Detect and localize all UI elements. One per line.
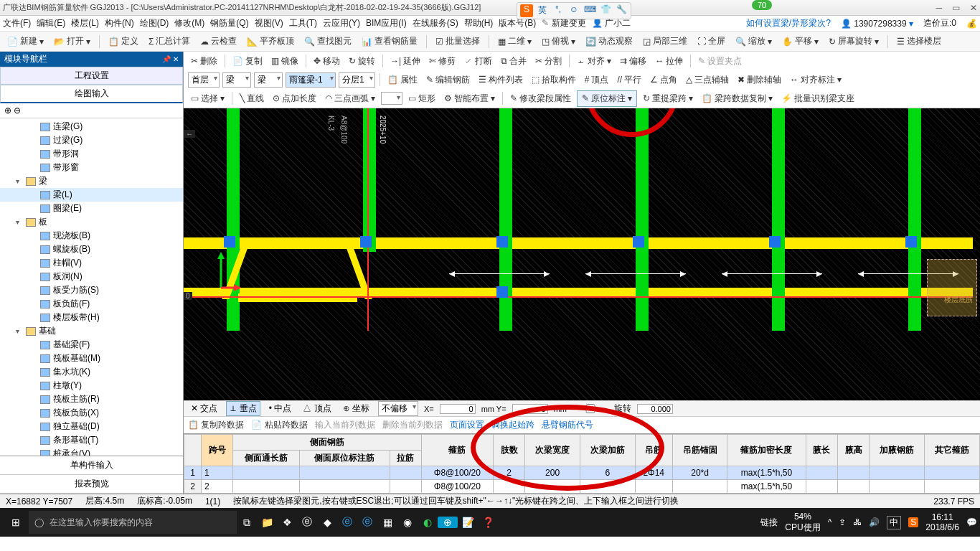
taskbar-search[interactable]: ◯ 在这里输入你要搜索的内容 (29, 511, 237, 534)
cantilever-code[interactable]: 悬臂钢筋代号 (542, 419, 593, 431)
find-button[interactable]: 🔍 查找图元 (301, 34, 354, 49)
menu-member[interactable]: 构件(N) (105, 17, 134, 29)
tab-draw-input[interactable]: 绘图输入 (0, 85, 183, 103)
vertex-button[interactable]: # 顶点 (582, 72, 612, 88)
ime-face-icon[interactable]: ☺ (567, 4, 580, 17)
tree-node[interactable]: 现浇板(B) (0, 229, 183, 242)
menu-modify[interactable]: 修改(M) (174, 17, 204, 29)
ime-toolbar[interactable]: S 英 °, ☺ ⌨ 👕 🔧 (517, 2, 631, 19)
memberlist-button[interactable]: ☰ 构件列表 (476, 72, 526, 88)
col-span[interactable]: 跨号 (202, 435, 233, 466)
screenrotate-button[interactable]: ↻ 屏幕旋转 ▾ (826, 34, 882, 49)
rect-button[interactable]: ▭ 矩形 (405, 91, 438, 106)
tree-node[interactable]: 基础梁(F) (0, 338, 183, 352)
col-secwidth[interactable]: 次梁宽度 (525, 435, 580, 466)
ie-icon[interactable]: ⓔ (357, 516, 377, 529)
rotate-checkbox[interactable] (573, 404, 608, 413)
360-icon[interactable]: ◐ (418, 517, 438, 528)
col-stirrup[interactable]: 箍筋 (421, 435, 493, 466)
paste-span-data[interactable]: 📄 粘贴跨数据 (251, 419, 307, 431)
snap-coord[interactable]: ⊕ 坐标 (340, 402, 372, 415)
ime-skin-icon[interactable]: 👕 (599, 4, 612, 17)
open-button[interactable]: 📂 打开 ▾ (51, 34, 93, 49)
tree-node[interactable]: 板受力筋(S) (0, 283, 183, 297)
menu-floor[interactable]: 楼层(L) (71, 17, 99, 29)
ime-lang-icon[interactable]: 英 (536, 4, 549, 17)
tree-node[interactable]: 柱帽(V) (0, 256, 183, 270)
tab-project-settings[interactable]: 工程设置 (0, 67, 183, 85)
offset-button[interactable]: ⇉ 偏移 (617, 54, 649, 69)
menu-help[interactable]: 帮助(H) (464, 17, 494, 29)
cloudcheck-button[interactable]: ☁ 云检查 (197, 34, 240, 49)
menu-cloud[interactable]: 云应用(Y) (323, 17, 360, 29)
tree-node[interactable]: 独立基础(D) (0, 420, 183, 433)
app5-icon[interactable]: ⊕ (438, 517, 458, 528)
copy-span-data[interactable]: 📋 复制跨数据 (188, 419, 244, 431)
col-otherstirrup[interactable]: 其它箍筋 (925, 435, 980, 466)
single-member-input[interactable]: 单构件输入 (0, 456, 183, 475)
copy-button[interactable]: 📄 复制 (230, 54, 265, 69)
ime-keyboard-icon[interactable]: ⌨ (583, 4, 596, 17)
col-hanger[interactable]: 吊筋 (635, 435, 672, 466)
col-tie[interactable]: 拉筋 (390, 451, 421, 466)
component-tree[interactable]: 连梁(G)过梁(G)带形洞带形窗▾梁梁(L)圈梁(E)▾板现浇板(B)螺旋板(B… (0, 118, 183, 456)
tray-net-icon[interactable]: 🖧 (853, 517, 862, 527)
snap-vertex[interactable]: △ 顶点 (300, 402, 334, 415)
tree-node[interactable]: 筏板基础(M) (0, 352, 183, 365)
tray-link[interactable]: 链接 (760, 517, 778, 529)
app6-icon[interactable]: ❓ (478, 517, 498, 528)
ptangle-button[interactable]: ∠ 点角 (647, 72, 680, 88)
close-button[interactable]: ✕ (970, 3, 977, 13)
tree-node[interactable]: ▾板 (0, 215, 183, 229)
select-button[interactable]: ▭ 选择 ▾ (188, 91, 227, 106)
delaxis-button[interactable]: ✖ 删除辅轴 (735, 72, 784, 88)
menu-bim[interactable]: BIM应用(I) (366, 17, 407, 29)
col-haunchl[interactable]: 腋长 (806, 435, 837, 466)
folder-icon[interactable]: 📁 (257, 517, 277, 528)
align-button[interactable]: ⫠ 对齐 ▾ (574, 54, 614, 69)
menu-tool[interactable]: 工具(T) (289, 17, 317, 29)
rotate-button[interactable]: ↻ 旋转 (346, 54, 378, 69)
menu-rebar[interactable]: 钢筋量(Q) (210, 17, 248, 29)
selectfloor-button[interactable]: ☰ 选择楼层 (894, 34, 944, 49)
tree-node[interactable]: 梁(L) (0, 188, 183, 202)
col-legs[interactable]: 肢数 (493, 435, 524, 466)
maximize-button[interactable]: ▭ (952, 3, 960, 13)
app2-icon[interactable]: ◆ (317, 517, 337, 528)
menu-view[interactable]: 视图(V) (255, 17, 283, 29)
aligndim-button[interactable]: ↔ 对齐标注 ▾ (787, 72, 844, 88)
help-link[interactable]: 如何设置梁/异形梁次? (746, 17, 831, 29)
extend-button[interactable]: →| 延伸 (387, 54, 423, 69)
editsegment-button[interactable]: ✎ 修改梁段属性 (507, 91, 574, 106)
ime-settings-icon[interactable]: 🔧 (615, 4, 628, 17)
member-combo[interactable]: 雨篷梁-1 (286, 72, 336, 88)
new-button[interactable]: 📄 新建 ▾ (4, 34, 47, 49)
tree-node[interactable]: 连梁(G) (0, 120, 183, 133)
col-secbar[interactable]: 次梁加筋 (580, 435, 635, 466)
pan-button[interactable]: ✋ 平移 ▾ (779, 34, 821, 49)
tree-node[interactable]: 柱墩(Y) (0, 379, 183, 392)
table-row[interactable]: 2 2 Φ8@100/20 max(1.5*h,50 (184, 480, 980, 494)
smartlayout-button[interactable]: ⚙ 智能布置 ▾ (441, 91, 498, 106)
tree-node[interactable]: 板负筋(F) (0, 297, 183, 311)
drawing-canvas[interactable]: ← 0 KL-3 A8@100 2025+10 楼层底筋 (184, 108, 980, 400)
tree-node[interactable]: 桩承台(V) (0, 447, 183, 456)
merge-button[interactable]: ⧉ 合并 (498, 54, 529, 69)
tree-node[interactable]: 筏板主筋(R) (0, 392, 183, 406)
tray-ime-frame[interactable]: 中 (887, 516, 901, 529)
snap-intersect[interactable]: ✕ 交点 (188, 402, 220, 415)
col-sideinplace[interactable]: 侧面原位标注筋 (300, 451, 390, 466)
tree-node[interactable]: ▾梁 (0, 174, 183, 188)
rerecognize-button[interactable]: ↻ 重提梁跨 ▾ (640, 91, 696, 106)
tree-node[interactable]: 圈梁(E) (0, 202, 183, 215)
tray-usb-icon[interactable]: ⇪ (839, 517, 846, 527)
batchselect-button[interactable]: ☑ 批量选择 (433, 34, 483, 49)
line-button[interactable]: ╲ 直线 (237, 91, 267, 106)
type-combo[interactable]: 梁 (254, 72, 283, 88)
col-siderebar[interactable]: 侧面钢筋 (233, 435, 422, 451)
tray-notify-icon[interactable]: 💬 (966, 517, 977, 527)
collapse-all-icon[interactable]: ⊖ (14, 105, 21, 116)
tray-up-icon[interactable]: ^ (828, 517, 832, 527)
tray-sogou-icon[interactable]: S (908, 517, 918, 527)
expand-all-icon[interactable]: ⊕ (4, 105, 11, 116)
